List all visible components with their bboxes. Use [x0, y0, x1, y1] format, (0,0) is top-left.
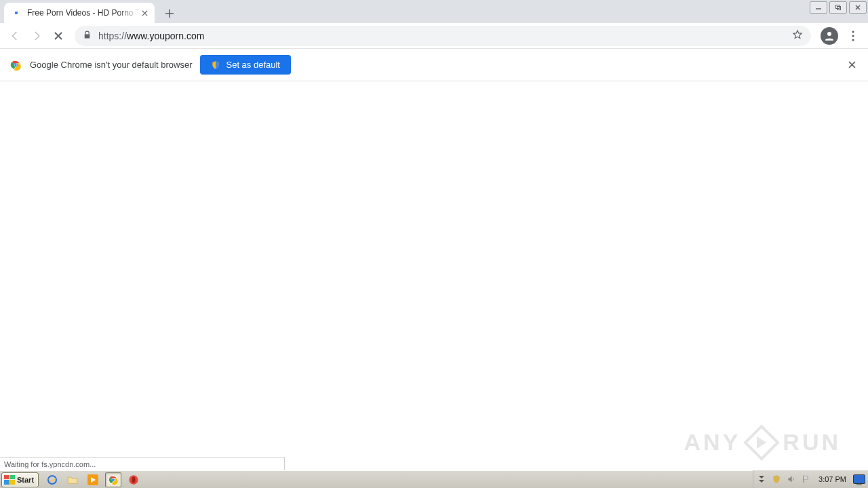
maximize-button[interactable]	[829, 1, 847, 14]
system-tray: 3:07 PM	[753, 470, 868, 488]
start-label: Start	[17, 476, 34, 484]
svg-point-6	[852, 39, 854, 41]
tray-security-icon[interactable]	[771, 474, 782, 485]
taskbar-clock[interactable]: 3:07 PM	[816, 475, 849, 483]
url-text: https://www.youporn.com	[98, 30, 792, 41]
tray-monitor-icon[interactable]	[853, 474, 865, 484]
tab-strip: Free Porn Videos - HD Porno Tube &	[0, 0, 868, 23]
bookmark-star-icon[interactable]	[792, 29, 803, 43]
tray-volume-icon[interactable]	[786, 474, 797, 485]
quick-launch	[44, 472, 142, 487]
back-button[interactable]	[5, 26, 24, 45]
tray-expand-icon[interactable]	[756, 474, 767, 485]
lock-icon	[83, 30, 92, 42]
minimize-button[interactable]	[810, 1, 827, 14]
page-content	[0, 81, 868, 470]
chrome-icon	[9, 59, 22, 71]
set-default-label: Set as default	[226, 60, 280, 70]
forward-button[interactable]	[27, 26, 46, 45]
address-bar[interactable]: https://www.youporn.com	[75, 26, 811, 46]
taskbar-opera-icon[interactable]	[125, 472, 142, 487]
close-window-button[interactable]	[849, 1, 867, 14]
svg-point-17	[132, 476, 135, 483]
stop-button[interactable]	[49, 26, 68, 45]
new-tab-button[interactable]	[160, 4, 179, 23]
taskbar-media-icon[interactable]	[85, 472, 101, 487]
start-button[interactable]: Start	[1, 472, 39, 487]
browser-menu-button[interactable]	[844, 26, 863, 45]
svg-point-15	[112, 479, 115, 481]
windows-flag-icon	[4, 475, 15, 485]
profile-avatar[interactable]	[821, 27, 838, 45]
shield-icon	[211, 60, 220, 70]
browser-toolbar: https://www.youporn.com	[0, 23, 868, 49]
default-browser-infobar: Google Chrome isn't your default browser…	[0, 49, 868, 81]
taskbar-chrome-icon[interactable]	[105, 472, 121, 487]
windows-taskbar: Start 3:07 PM	[0, 470, 868, 488]
set-default-button[interactable]: Set as default	[200, 55, 291, 75]
close-tab-icon[interactable]	[140, 7, 149, 18]
taskbar-explorer-icon[interactable]	[64, 472, 81, 487]
browser-status-bar: Waiting for fs.ypncdn.com...	[0, 457, 285, 470]
svg-point-4	[852, 30, 854, 33]
svg-point-5	[852, 35, 854, 37]
status-text: Waiting for fs.ypncdn.com...	[4, 460, 96, 468]
taskbar-ie-icon[interactable]	[44, 472, 60, 487]
tab-title: Free Porn Videos - HD Porno Tube &	[27, 8, 140, 18]
infobar-message: Google Chrome isn't your default browser	[30, 60, 192, 70]
svg-point-10	[15, 64, 17, 66]
browser-tab[interactable]: Free Porn Videos - HD Porno Tube &	[4, 3, 155, 23]
tab-favicon	[11, 7, 22, 18]
infobar-close-icon[interactable]	[845, 58, 859, 72]
window-controls	[810, 1, 867, 14]
svg-point-3	[827, 32, 831, 36]
tray-flag-icon[interactable]	[801, 474, 812, 485]
